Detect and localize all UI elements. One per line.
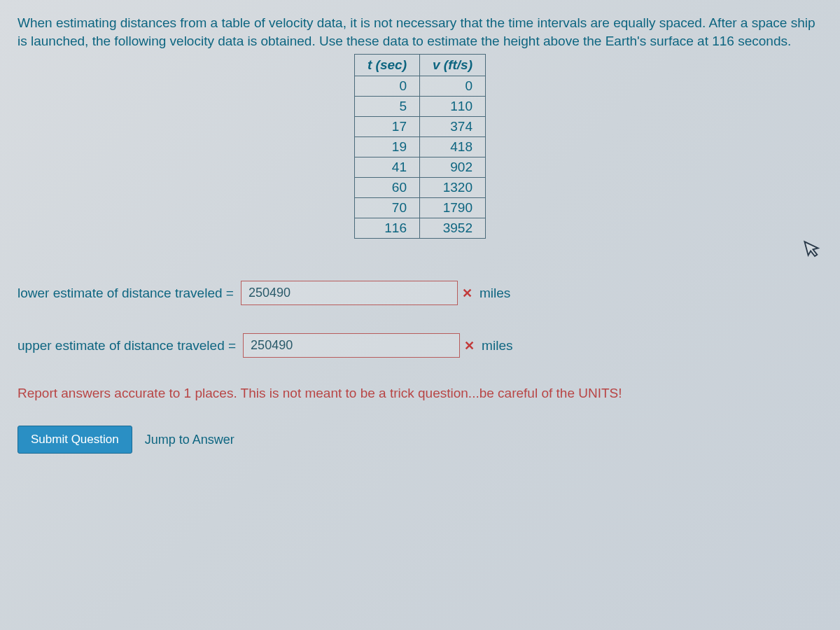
cell-v: 110 bbox=[419, 97, 485, 117]
hint-text: Report answers accurate to 1 places. Thi… bbox=[18, 386, 822, 401]
table-row: 601320 bbox=[355, 178, 486, 198]
lower-estimate-input[interactable] bbox=[241, 281, 458, 305]
cell-t: 0 bbox=[355, 76, 420, 97]
cell-v: 902 bbox=[419, 158, 485, 178]
incorrect-icon: ✕ bbox=[462, 286, 472, 301]
table-row: 41902 bbox=[355, 158, 486, 178]
table-row: 00 bbox=[355, 76, 486, 97]
cell-t: 41 bbox=[355, 158, 420, 178]
table-row: 5110 bbox=[355, 97, 486, 117]
cell-v: 0 bbox=[419, 76, 485, 97]
cell-v: 374 bbox=[419, 117, 485, 137]
cell-t: 17 bbox=[355, 117, 420, 137]
table-header-velocity: v (ft/s) bbox=[419, 55, 485, 76]
lower-units-label: miles bbox=[479, 286, 510, 301]
table-row: 17374 bbox=[355, 117, 486, 137]
table-header-time: t (sec) bbox=[355, 55, 420, 76]
cell-v: 3952 bbox=[419, 218, 485, 239]
jump-to-answer-link[interactable]: Jump to Answer bbox=[145, 433, 234, 447]
action-row: Submit Question Jump to Answer bbox=[18, 426, 822, 454]
table-row: 701790 bbox=[355, 198, 486, 218]
upper-estimate-label: upper estimate of distance traveled = bbox=[18, 338, 236, 354]
cell-t: 19 bbox=[355, 137, 420, 158]
table-row: 1163952 bbox=[355, 218, 486, 239]
problem-statement: When estimating distances from a table o… bbox=[18, 14, 822, 50]
cell-v: 418 bbox=[419, 137, 485, 158]
velocity-table: t (sec) v (ft/s) 00 5110 17374 19418 419… bbox=[354, 54, 486, 239]
cell-v: 1320 bbox=[419, 178, 485, 198]
upper-units-label: miles bbox=[482, 338, 512, 354]
lower-estimate-label: lower estimate of distance traveled = bbox=[18, 286, 234, 301]
upper-estimate-input[interactable] bbox=[243, 333, 460, 358]
submit-button[interactable]: Submit Question bbox=[18, 426, 132, 454]
lower-estimate-row: lower estimate of distance traveled = ✕ … bbox=[18, 281, 822, 305]
table-row: 19418 bbox=[355, 137, 486, 158]
cell-t: 70 bbox=[355, 198, 420, 218]
cell-t: 116 bbox=[355, 218, 420, 239]
incorrect-icon: ✕ bbox=[464, 338, 475, 354]
upper-estimate-row: upper estimate of distance traveled = ✕ … bbox=[18, 333, 822, 358]
cell-t: 5 bbox=[355, 97, 420, 117]
cell-t: 60 bbox=[355, 178, 420, 198]
cursor-icon bbox=[802, 236, 826, 265]
cell-v: 1790 bbox=[419, 198, 485, 218]
